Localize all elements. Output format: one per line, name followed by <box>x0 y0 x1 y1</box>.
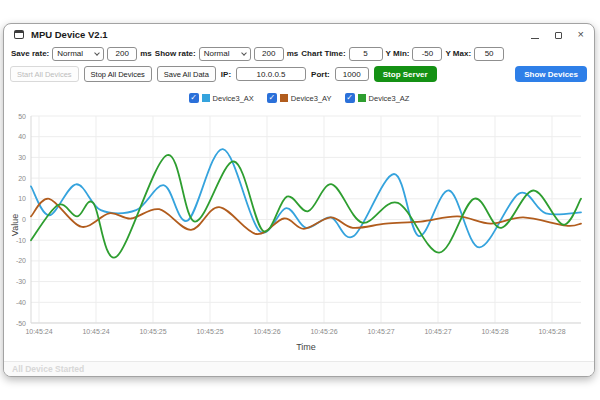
series-line-Device3_AY <box>31 199 581 234</box>
series-line-Device3_AX <box>31 149 581 247</box>
window-title: MPU Device V2.1 <box>31 29 108 40</box>
y-tick-label: -30 <box>16 278 26 285</box>
port-input[interactable] <box>335 67 369 81</box>
x-axis-title: Time <box>296 342 316 352</box>
x-tick-label: 10:45:28 <box>538 328 565 335</box>
y-tick-label: 40 <box>18 133 26 140</box>
line-chart: 50403020100-10-20-30-40-5010:45:2410:45:… <box>4 101 596 357</box>
show-devices-button[interactable]: Show Devices <box>515 66 587 82</box>
y-tick-label: 0 <box>22 216 26 223</box>
x-tick-label: 10:45:27 <box>424 328 451 335</box>
status-text: All Device Started <box>12 364 84 374</box>
show-rate-selected-value: Normal <box>204 49 230 58</box>
y-max-label: Y Max: <box>445 49 471 58</box>
port-label: Port: <box>311 70 330 79</box>
ip-label: IP: <box>221 70 231 79</box>
x-tick-label: 10:45:26 <box>253 328 280 335</box>
window-icon <box>14 30 24 39</box>
x-tick-label: 10:45:27 <box>367 328 394 335</box>
show-rate-select[interactable]: Normal <box>199 47 251 61</box>
show-rate-ms-input[interactable] <box>254 47 284 61</box>
show-rate-label: Show rate: <box>155 49 196 58</box>
ms-label: ms <box>287 49 299 58</box>
y-tick-label: -50 <box>16 320 26 327</box>
x-tick-label: 10:45:25 <box>139 328 166 335</box>
maximize-icon <box>555 32 562 39</box>
y-max-input[interactable] <box>474 47 504 61</box>
app-window: MPU Device V2.1 × Save rate: Normal ms S… <box>3 23 595 377</box>
save-rate-ms-input[interactable] <box>107 47 137 61</box>
chevron-down-icon <box>241 50 247 56</box>
series-line-Device3_AZ <box>31 155 581 258</box>
settings-toolbar: Save rate: Normal ms Show rate: Normal m… <box>4 44 594 63</box>
stop-all-devices-button[interactable]: Stop All Devices <box>84 66 152 82</box>
y-tick-label: 50 <box>18 113 26 120</box>
ip-input[interactable] <box>236 67 306 81</box>
window-controls: × <box>531 25 584 43</box>
title-bar[interactable]: MPU Device V2.1 × <box>4 24 594 44</box>
y-tick-label: 30 <box>18 154 26 161</box>
minimize-button[interactable] <box>531 25 539 43</box>
x-tick-label: 10:45:28 <box>481 328 508 335</box>
y-tick-label: 10 <box>18 195 26 202</box>
x-tick-label: 10:45:26 <box>310 328 337 335</box>
start-all-devices-button[interactable]: Start All Devices <box>10 66 79 82</box>
close-button[interactable]: × <box>578 29 584 39</box>
chevron-down-icon <box>94 50 100 56</box>
desktop: MPU Device V2.1 × Save rate: Normal ms S… <box>0 0 600 400</box>
save-rate-selected-value: Normal <box>57 49 83 58</box>
status-bar: All Device Started <box>4 361 594 376</box>
x-tick-label: 10:45:24 <box>82 328 109 335</box>
actions-toolbar: Start All Devices Stop All Devices Save … <box>4 63 594 85</box>
y-min-label: Y Min: <box>386 49 410 58</box>
save-rate-select[interactable]: Normal <box>52 47 104 61</box>
x-tick-label: 10:45:25 <box>196 328 223 335</box>
chart-time-label: Chart Time: <box>301 49 345 58</box>
save-all-data-button[interactable]: Save All Data <box>157 66 216 82</box>
minimize-icon <box>531 38 539 39</box>
chart-time-input[interactable] <box>349 47 383 61</box>
save-rate-label: Save rate: <box>11 49 49 58</box>
y-axis-title: Value <box>10 205 20 245</box>
y-tick-label: -20 <box>16 257 26 264</box>
x-tick-label: 10:45:24 <box>25 328 52 335</box>
y-tick-label: 20 <box>18 175 26 182</box>
y-min-input[interactable] <box>412 47 442 61</box>
y-tick-label: -40 <box>16 299 26 306</box>
maximize-button[interactable] <box>555 25 562 43</box>
stop-server-button[interactable]: Stop Server <box>374 66 437 82</box>
ms-label: ms <box>140 49 152 58</box>
